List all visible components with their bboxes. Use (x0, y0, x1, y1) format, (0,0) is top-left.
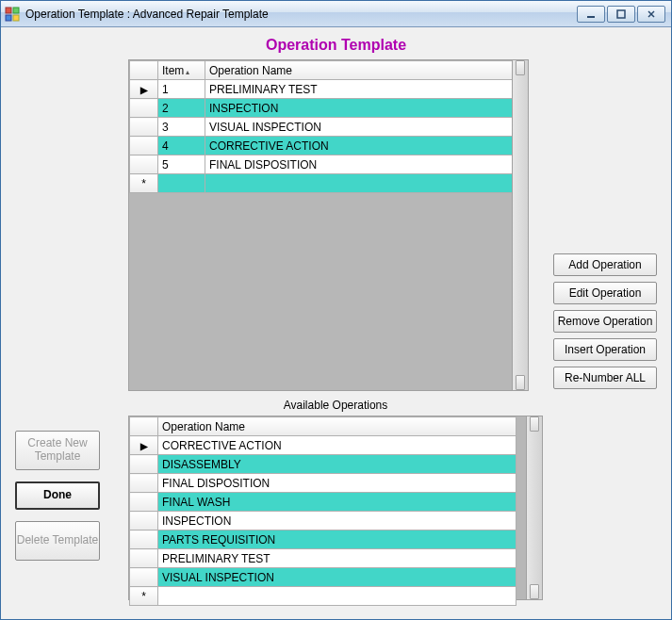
new-row[interactable]: * (130, 174, 526, 193)
page-title: Operation Template (15, 37, 657, 59)
maximize-button[interactable] (607, 6, 635, 23)
column-header-operation-name[interactable]: Operation Name (158, 417, 516, 436)
table-row[interactable]: FINAL WASH (130, 493, 516, 512)
svg-rect-2 (6, 15, 11, 21)
cell-item[interactable]: 4 (158, 137, 205, 155)
table-row[interactable]: 4 CORRECTIVE ACTION (130, 137, 526, 155)
cell-operation-name[interactable]: CORRECTIVE ACTION (158, 436, 516, 455)
minimize-button[interactable] (577, 6, 605, 23)
cell-operation-name[interactable]: PRELIMINARY TEST (158, 549, 516, 568)
table-row[interactable]: ▶ 1 PRELIMINARY TEST (130, 80, 526, 99)
table-row[interactable]: INSPECTION (130, 512, 516, 530)
table-row[interactable]: 3 VISUAL INSPECTION (130, 118, 526, 137)
cell-item[interactable]: 5 (158, 155, 205, 174)
column-header-operation-name[interactable]: Operation Name (205, 61, 526, 80)
cell-operation-name[interactable]: PRELIMINARY TEST (205, 80, 526, 99)
operation-buttons-panel: Add Operation Edit Operation Remove Oper… (553, 253, 657, 389)
cell-operation-name[interactable]: INSPECTION (205, 99, 526, 118)
cell-operation-name[interactable]: INSPECTION (158, 512, 516, 530)
table-row[interactable]: 2 INSPECTION (130, 99, 526, 118)
close-button[interactable] (637, 6, 665, 23)
svg-rect-4 (587, 16, 595, 18)
edit-operation-button[interactable]: Edit Operation (553, 282, 657, 304)
cell-operation-name[interactable]: FINAL WASH (158, 493, 516, 512)
current-row-indicator-icon: ▶ (140, 85, 148, 95)
svg-rect-3 (13, 15, 19, 21)
cell-operation-name[interactable]: PARTS REQUISITION (158, 530, 516, 549)
remove-operation-button[interactable]: Remove Operation (553, 310, 657, 333)
grid-header-row: Item▴ Operation Name (130, 61, 526, 80)
cell-operation-name[interactable]: FINAL DISPOSITION (158, 474, 516, 493)
delete-template-button[interactable]: Delete Template (15, 521, 100, 561)
table-row[interactable]: PARTS REQUISITION (130, 530, 516, 549)
cell-item[interactable]: 3 (158, 118, 205, 137)
table-row[interactable]: 5 FINAL DISPOSITION (130, 155, 526, 174)
cell-operation-name[interactable] (158, 587, 516, 606)
available-operations-grid[interactable]: Operation Name ▶ CORRECTIVE ACTION DISAS… (128, 416, 543, 600)
svg-rect-5 (617, 10, 625, 18)
insert-operation-button[interactable]: Insert Operation (553, 338, 657, 361)
template-buttons-panel: Create New Template Done Delete Template (15, 431, 109, 561)
cell-operation-name[interactable]: CORRECTIVE ACTION (205, 137, 526, 155)
cell-operation-name[interactable]: VISUAL INSPECTION (205, 118, 526, 137)
column-header-item[interactable]: Item▴ (158, 61, 205, 80)
row-header-corner[interactable] (130, 61, 158, 80)
new-row-indicator-icon: * (130, 587, 158, 606)
vertical-scrollbar[interactable] (512, 60, 528, 390)
cell-operation-name[interactable]: VISUAL INSPECTION (158, 568, 516, 587)
client-area: Operation Template Item▴ Operation Name … (1, 27, 671, 619)
done-button[interactable]: Done (15, 481, 100, 510)
table-row[interactable]: ▶ CORRECTIVE ACTION (130, 436, 516, 455)
cell-operation-name[interactable]: FINAL DISPOSITION (205, 155, 526, 174)
new-row[interactable]: * (130, 587, 516, 606)
table-row[interactable]: FINAL DISPOSITION (130, 474, 516, 493)
cell-item[interactable]: 1 (158, 80, 205, 99)
cell-operation-name[interactable]: DISASSEMBLY (158, 455, 516, 474)
window-title: Operation Template : Advanced Repair Tem… (25, 8, 577, 21)
svg-rect-1 (13, 8, 19, 13)
template-operations-grid[interactable]: Item▴ Operation Name ▶ 1 PRELIMINARY TES… (128, 59, 529, 391)
svg-rect-0 (6, 8, 11, 13)
row-header-corner[interactable] (130, 417, 158, 436)
vertical-scrollbar[interactable] (526, 416, 542, 599)
table-row[interactable]: VISUAL INSPECTION (130, 568, 516, 587)
sort-asc-icon: ▴ (184, 68, 189, 76)
create-new-template-button[interactable]: Create New Template (15, 431, 100, 470)
table-row[interactable]: PRELIMINARY TEST (130, 549, 516, 568)
table-row[interactable]: DISASSEMBLY (130, 455, 516, 474)
renumber-all-button[interactable]: Re-Number ALL (553, 367, 657, 389)
cell-item[interactable] (158, 174, 205, 193)
window-frame: Operation Template : Advanced Repair Tem… (0, 0, 672, 620)
new-row-indicator-icon: * (130, 174, 158, 193)
titlebar[interactable]: Operation Template : Advanced Repair Tem… (1, 1, 671, 27)
add-operation-button[interactable]: Add Operation (553, 253, 657, 276)
cell-item[interactable]: 2 (158, 99, 205, 118)
cell-operation-name[interactable] (205, 174, 526, 193)
app-icon (5, 7, 20, 22)
available-operations-label: Available Operations (128, 399, 543, 412)
grid-header-row: Operation Name (130, 417, 516, 436)
current-row-indicator-icon: ▶ (140, 441, 148, 451)
window-buttons (577, 6, 665, 23)
